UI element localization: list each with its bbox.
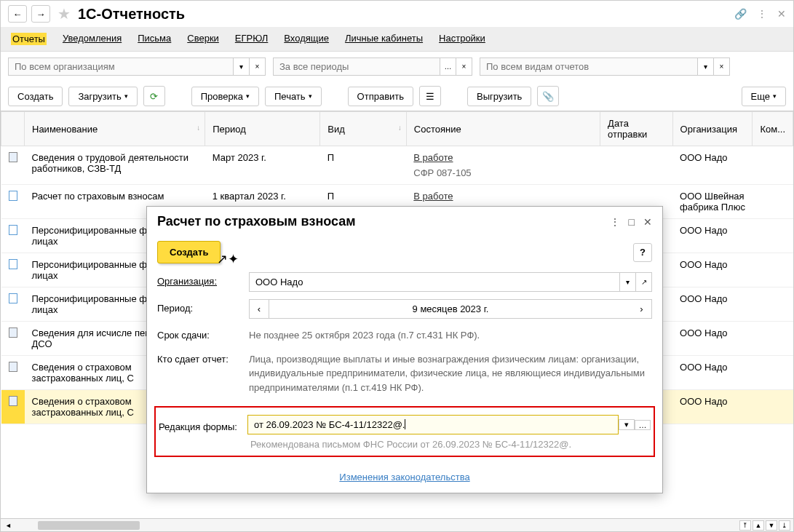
edition-more[interactable]: … xyxy=(635,420,651,430)
cell-state: В работеСФР 087-105 xyxy=(406,146,600,185)
period-label: Период: xyxy=(157,299,249,314)
col-org[interactable]: Организация xyxy=(672,112,753,146)
more-icon[interactable]: ⋮ xyxy=(757,8,767,20)
period-prev[interactable]: ‹ xyxy=(249,299,269,319)
cell-comment xyxy=(753,322,793,356)
favorite-icon[interactable]: ★ xyxy=(57,5,71,23)
tab-incoming[interactable]: Входящие xyxy=(284,33,329,45)
cell-comment xyxy=(753,356,793,390)
cell-comment xyxy=(753,287,793,322)
document-icon xyxy=(9,396,17,406)
who-label: Кто сдает отчет: xyxy=(157,350,249,365)
cell-org: ООО Швейная фабрика Плюс xyxy=(672,185,753,219)
help-button[interactable]: ? xyxy=(633,243,652,262)
close-icon[interactable]: ✕ xyxy=(777,8,786,20)
document-icon xyxy=(9,362,17,372)
tab-reports[interactable]: Отчеты xyxy=(11,33,47,45)
page-title: 1С-Отчетность xyxy=(78,6,730,23)
modal-maximize-icon[interactable]: □ xyxy=(629,216,635,228)
cell-org: ООО Надо xyxy=(672,219,753,253)
edition-input[interactable]: от 26.09.2023 № БС-4-11/12322@. xyxy=(247,415,619,434)
org-label: Организация: xyxy=(157,272,249,287)
cell-org: ООО Надо xyxy=(672,287,753,322)
filter-type-clear[interactable]: × xyxy=(714,57,730,76)
toolbar: Создать Загрузить▾ ⟳ Проверка▾ Печать▾ О… xyxy=(1,82,793,111)
col-name[interactable]: Наименование↓ xyxy=(25,112,205,146)
attach-button[interactable]: 📎 xyxy=(537,86,559,106)
cell-type: П xyxy=(320,146,406,185)
document-icon xyxy=(9,293,17,303)
horizontal-scrollbar[interactable]: ◄ ⤒ ▲ ▼ ⤓ xyxy=(1,518,793,531)
modal-menu-icon[interactable]: ⋮ xyxy=(610,216,620,228)
tab-cabinets[interactable]: Личные кабинеты xyxy=(345,33,423,45)
tab-letters[interactable]: Письма xyxy=(138,33,171,45)
deadline-text: Не позднее 25 октября 2023 года (п.7 ст.… xyxy=(249,326,652,343)
modal-create-button[interactable]: Создать xyxy=(157,241,221,263)
filter-type[interactable] xyxy=(480,57,698,76)
col-period[interactable]: Период xyxy=(205,112,320,146)
period-display: 9 месяцев 2023 г. xyxy=(269,299,632,319)
who-text: Лица, производящие выплаты и иные вознаг… xyxy=(249,350,652,395)
create-button[interactable]: Создать xyxy=(8,87,63,106)
tabs-bar: Отчеты Уведомления Письма Сверки ЕГРЮЛ В… xyxy=(1,27,793,52)
scroll-top[interactable]: ⤒ xyxy=(739,520,751,531)
cell-comment xyxy=(753,185,793,219)
cell-name: Сведения о трудовой деятельности работни… xyxy=(25,146,205,185)
tab-settings[interactable]: Настройки xyxy=(439,33,485,45)
refresh-button[interactable]: ⟳ xyxy=(143,86,165,106)
filter-period-clear[interactable]: × xyxy=(456,57,472,76)
load-button[interactable]: Загрузить▾ xyxy=(68,87,137,106)
tab-egrul[interactable]: ЕГРЮЛ xyxy=(235,33,268,45)
cell-comment xyxy=(753,253,793,287)
org-input[interactable] xyxy=(249,272,620,292)
filter-period[interactable] xyxy=(273,57,440,76)
org-open[interactable]: ↗ xyxy=(636,272,652,292)
scroll-down[interactable]: ▼ xyxy=(766,520,777,531)
cell-sent xyxy=(600,146,672,185)
col-sent[interactable]: Дата отправки xyxy=(600,112,672,146)
edition-dropdown[interactable]: ▾ xyxy=(619,419,635,430)
document-icon xyxy=(9,152,17,162)
export-button[interactable]: Выгрузить xyxy=(467,87,531,106)
law-changes-link[interactable]: Изменения законодательства xyxy=(339,472,469,483)
recom-text: Рекомендована письмом ФНС России от 26.0… xyxy=(250,439,651,450)
filter-org-dropdown[interactable]: ▾ xyxy=(234,57,250,76)
create-report-modal: Расчет по страховым взносам ⋮ □ ✕ Создат… xyxy=(146,206,663,493)
col-state[interactable]: Состояние xyxy=(406,112,600,146)
list-button[interactable]: ☰ xyxy=(419,86,441,106)
more-button[interactable]: Еще▾ xyxy=(742,87,786,106)
print-button[interactable]: Печать▾ xyxy=(265,87,322,106)
scroll-up[interactable]: ▲ xyxy=(753,520,764,531)
forward-button[interactable]: → xyxy=(31,5,50,23)
modal-close-icon[interactable]: ✕ xyxy=(643,216,652,228)
cell-org: ООО Надо xyxy=(672,322,753,356)
document-icon xyxy=(9,327,17,338)
cell-org: ООО Надо xyxy=(672,390,753,424)
filter-org-clear[interactable]: × xyxy=(250,57,266,76)
cell-comment xyxy=(753,219,793,253)
org-dropdown[interactable]: ▾ xyxy=(620,272,636,292)
link-icon[interactable]: 🔗 xyxy=(734,8,747,20)
tab-reconciliation[interactable]: Сверки xyxy=(187,33,219,45)
document-icon xyxy=(9,225,17,235)
table-row[interactable]: Сведения о трудовой деятельности работни… xyxy=(1,146,793,185)
cell-org: ООО Надо xyxy=(672,356,753,390)
edition-label: Редакция формы: xyxy=(159,418,247,432)
col-type[interactable]: Вид↓ xyxy=(320,112,406,146)
filter-type-dropdown[interactable]: ▾ xyxy=(698,57,714,76)
send-button[interactable]: Отправить xyxy=(348,87,413,106)
cell-org: ООО Надо xyxy=(672,146,753,185)
cell-org: ООО Надо xyxy=(672,253,753,287)
scroll-bottom[interactable]: ⤓ xyxy=(779,520,790,531)
deadline-label: Срок сдачи: xyxy=(157,326,249,341)
filter-org[interactable] xyxy=(8,57,234,76)
document-icon xyxy=(9,191,17,201)
col-comment[interactable]: Ком... xyxy=(753,112,793,146)
filter-period-more[interactable]: … xyxy=(440,57,456,76)
back-button[interactable]: ← xyxy=(8,5,27,23)
check-button[interactable]: Проверка▾ xyxy=(191,87,259,106)
cell-comment xyxy=(753,390,793,424)
edition-highlight: Редакция формы: от 26.09.2023 № БС-4-11/… xyxy=(154,406,655,457)
period-next[interactable]: › xyxy=(632,299,652,319)
tab-notifications[interactable]: Уведомления xyxy=(63,33,122,45)
